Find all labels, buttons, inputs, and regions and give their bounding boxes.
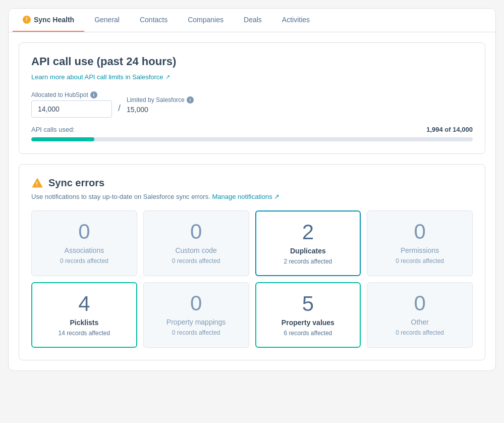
tab-label: Activities [282, 16, 310, 24]
external-link-icon: ↗ [165, 74, 170, 80]
main-container: !Sync HealthGeneralContactsCompaniesDeal… [8, 8, 496, 371]
error-type: Other [411, 318, 429, 326]
allocated-label: Allocated to HubSpot i [31, 91, 112, 98]
error-cell-permissions[interactable]: 0Permissions0 records affected [367, 210, 473, 276]
separator: / [118, 103, 121, 118]
allocated-input[interactable] [31, 100, 112, 118]
tab-activities[interactable]: Activities [272, 9, 320, 32]
error-count: 5 [302, 293, 314, 314]
content-area: API call use (past 24 hours) Learn more … [9, 32, 495, 371]
progress-bar-fill [31, 137, 94, 141]
error-records: 14 records affected [59, 330, 110, 337]
error-records: 2 records affected [284, 258, 332, 265]
tab-sync-health[interactable]: !Sync Health [13, 9, 84, 32]
svg-text:!: ! [36, 181, 38, 187]
error-type: Property mappings [166, 318, 226, 326]
error-records: 0 records affected [172, 329, 220, 336]
error-type: Picklists [70, 319, 98, 327]
tab-label: Sync Health [34, 16, 74, 24]
sync-errors-title: Sync errors [48, 177, 104, 189]
api-used-label: API calls used: [31, 126, 75, 133]
limited-field-group: Limited by Salesforce i 15,000 [127, 96, 194, 118]
tab-label: Deals [244, 16, 262, 24]
error-records: 0 records affected [60, 257, 108, 265]
error-cell-property-mappings[interactable]: 0Property mappings0 records affected [143, 282, 249, 348]
sync-errors-card: ! Sync errors Use notifications to stay … [19, 164, 485, 360]
progress-bar-background [31, 137, 473, 141]
error-count: 0 [190, 293, 202, 314]
warning-triangle-icon: ! [31, 177, 43, 189]
tab-contacts[interactable]: Contacts [130, 9, 178, 32]
tab-deals[interactable]: Deals [234, 9, 272, 32]
tab-label: Companies [188, 16, 223, 24]
tab-label: Contacts [140, 16, 167, 24]
error-type: Associations [65, 246, 104, 254]
api-used-value: 1,994 of 14,000 [426, 126, 473, 133]
tab-warning-icon: ! [23, 16, 31, 24]
tabs-bar: !Sync HealthGeneralContactsCompaniesDeal… [9, 9, 495, 32]
error-count: 0 [414, 293, 425, 314]
error-cell-property-values[interactable]: 5Property values6 records affected [255, 282, 361, 348]
error-cell-picklists[interactable]: 4Picklists14 records affected [31, 282, 137, 348]
error-type: Property values [282, 319, 334, 327]
manage-notifications-link[interactable]: Manage notifications ↗ [212, 193, 279, 200]
limited-info-icon[interactable]: i [187, 96, 194, 103]
api-call-card: API call use (past 24 hours) Learn more … [19, 42, 485, 154]
api-card-title: API call use (past 24 hours) [31, 55, 473, 68]
error-records: 6 records affected [284, 330, 332, 337]
error-records: 0 records affected [396, 257, 444, 265]
allocated-field-group: Allocated to HubSpot i [31, 91, 112, 118]
sync-errors-description: Use notifications to stay up-to-date on … [31, 193, 473, 200]
error-count: 2 [302, 222, 314, 243]
api-card-link[interactable]: Learn more about API call limits in Sale… [31, 73, 170, 81]
limited-value: 15,000 [127, 105, 194, 118]
error-records: 0 records affected [396, 329, 444, 336]
error-cell-custom-code[interactable]: 0Custom code0 records affected [143, 210, 249, 276]
tab-general[interactable]: General [84, 9, 130, 32]
limited-label: Limited by Salesforce i [127, 96, 194, 103]
error-count: 4 [78, 293, 90, 314]
error-count: 0 [414, 221, 425, 242]
api-used-row: API calls used: 1,994 of 14,000 [31, 126, 473, 133]
error-type: Duplicates [290, 247, 326, 255]
errors-grid: 0Associations0 records affected0Custom c… [31, 210, 473, 348]
error-cell-duplicates[interactable]: 2Duplicates2 records affected [255, 210, 361, 276]
error-cell-associations[interactable]: 0Associations0 records affected [31, 210, 137, 276]
error-count: 0 [78, 221, 90, 242]
error-cell-other[interactable]: 0Other0 records affected [367, 282, 473, 348]
error-type: Custom code [175, 246, 216, 254]
error-type: Permissions [401, 246, 439, 254]
tab-label: General [94, 16, 120, 24]
sync-errors-header: ! Sync errors [31, 177, 473, 189]
allocated-info-icon[interactable]: i [90, 91, 97, 98]
tab-companies[interactable]: Companies [178, 9, 234, 32]
error-count: 0 [190, 221, 202, 242]
error-records: 0 records affected [172, 257, 220, 265]
